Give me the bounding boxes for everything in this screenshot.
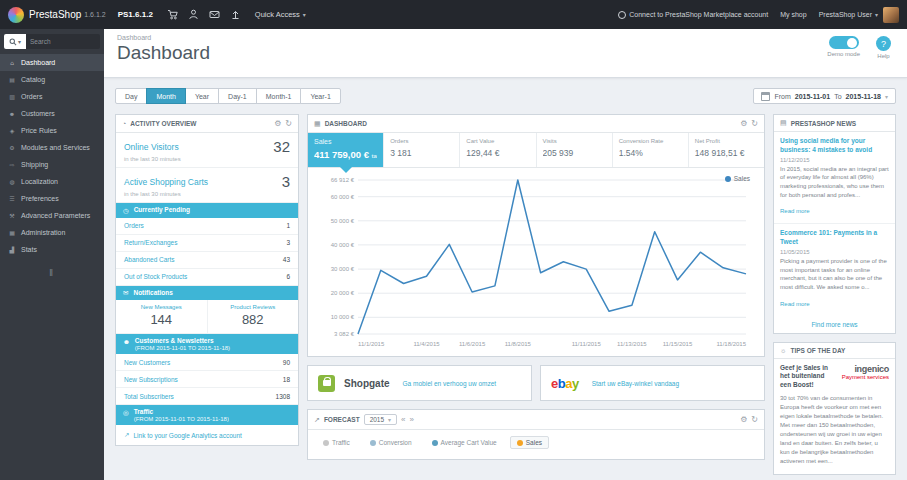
sidebar-item-catalog[interactable]: ▤Catalog — [0, 71, 104, 88]
sidebar-item-dashboard[interactable]: ⌂Dashboard — [0, 54, 104, 71]
chart-legend-sales[interactable]: Sales — [725, 175, 750, 182]
range-button-month-1[interactable]: Month-1 — [256, 88, 302, 104]
prestashop-news-panel: ▤ PRESTASHOP NEWS Using social media for… — [773, 114, 896, 334]
user-icon[interactable] — [188, 9, 199, 20]
next-year-button[interactable]: » — [410, 415, 414, 424]
svg-text:11/11/2015: 11/11/2015 — [572, 341, 602, 347]
sidebar-item-orders[interactable]: ▥Orders — [0, 88, 104, 105]
range-button-day-1[interactable]: Day-1 — [218, 88, 257, 104]
sidebar-item-administration[interactable]: ▦Administration — [0, 224, 104, 241]
gear-icon[interactable]: ⚙ — [740, 119, 747, 128]
marketplace-icon — [618, 11, 626, 19]
range-button-year-1[interactable]: Year-1 — [300, 88, 340, 104]
sidebar-item-preferences[interactable]: ☰Preferences — [0, 190, 104, 207]
forecast-legend-traffic[interactable]: Traffic — [316, 436, 357, 449]
ingenico-logo: ingenico Payment services — [842, 364, 889, 390]
active-carts-link[interactable]: Active Shopping Carts — [124, 177, 208, 187]
clock-icon: ◷ — [123, 207, 129, 215]
mail-icon[interactable] — [209, 9, 220, 20]
demo-mode-toggle[interactable] — [829, 36, 859, 49]
svg-text:66 912 €: 66 912 € — [331, 177, 355, 183]
news-headline-link[interactable]: Ecommerce 101: Payments in a Tweet — [780, 229, 889, 247]
forecast-legend-sales[interactable]: Sales — [510, 436, 549, 449]
total-subscribers-link[interactable]: Total Subscribers — [124, 393, 174, 400]
activity-overview-panel: ◔ ACTIVITY OVERVIEW ⚙ ↻ Online Visitors … — [115, 114, 299, 446]
traffic-section-header: ◎ Traffic (FROM 2015-11-01 TO 2015-11-18… — [116, 405, 298, 425]
chevron-down-icon: ▾ — [885, 93, 888, 100]
product-reviews-stat[interactable]: Product Reviews 882 — [207, 300, 299, 333]
out-of-stock-link[interactable]: Out of Stock Products — [124, 273, 187, 280]
google-analytics-link[interactable]: ↗ Link to your Google Analytics account — [116, 425, 298, 445]
new-customers-link[interactable]: New Customers — [124, 359, 170, 366]
forecast-legend-average-cart-value[interactable]: Average Cart Value — [425, 436, 504, 449]
refresh-icon[interactable]: ↻ — [751, 415, 758, 424]
online-visitors-link[interactable]: Online Visitors — [124, 142, 179, 152]
search-input[interactable] — [26, 34, 100, 49]
sidebar-collapse-button[interactable]: ‖ — [0, 268, 104, 278]
range-button-year[interactable]: Year — [185, 88, 219, 104]
pending-row: Abandoned Carts43 — [116, 252, 298, 269]
ebay-logo: ebay — [551, 376, 579, 391]
shopgate-brand: Shopgate — [344, 378, 390, 389]
svg-text:11/8/2015: 11/8/2015 — [505, 341, 532, 347]
kpi-sales[interactable]: Sales 411 759,00 € tax excl. — [308, 133, 384, 167]
sidebar-item-localization[interactable]: ◍Localization — [0, 173, 104, 190]
orders-link[interactable]: Orders — [124, 222, 144, 229]
help-button[interactable]: ? — [876, 36, 891, 51]
kpi-visits[interactable]: Visits 205 939 — [537, 133, 613, 167]
returns-link[interactable]: Return/Exchanges — [124, 239, 177, 246]
ebay-link[interactable]: Start uw eBay-winkel vandaag — [592, 380, 679, 387]
news-headline-link[interactable]: Using social media for your business: 4 … — [780, 137, 889, 155]
gear-icon[interactable]: ⚙ — [274, 119, 281, 128]
sidebar-item-advanced-parameters[interactable]: ⚒Advanced Parameters — [0, 207, 104, 224]
marketplace-link[interactable]: Connect to PrestaShop Marketplace accoun… — [618, 11, 768, 19]
shop-name-link[interactable]: PS1.6.1.2 — [118, 10, 153, 19]
refresh-icon[interactable]: ↻ — [285, 119, 292, 128]
year-select[interactable]: 2015▾ — [364, 414, 397, 425]
gear-icon[interactable]: ⚙ — [740, 415, 747, 424]
kpi-conversion-rate[interactable]: Conversion Rate 1.54% — [613, 133, 689, 167]
notifications-section-header: ✉ Notifications — [116, 286, 298, 301]
range-button-month[interactable]: Month — [146, 88, 185, 104]
sidebar-item-customers[interactable]: ☻Customers — [0, 105, 104, 122]
date-range-picker[interactable]: From 2015-11-01 To 2015-11-18 ▾ — [753, 88, 896, 104]
cart-icon[interactable] — [167, 9, 178, 20]
chevron-down-icon: ▾ — [18, 38, 21, 45]
prestashop-admin: PrestaShop 1.6.1.2 PS1.6.1.2 Quick Acces… — [0, 0, 907, 480]
user-menu[interactable]: PrestaShop User ▾ — [819, 7, 899, 23]
sidebar-item-shipping[interactable]: ⇨Shipping — [0, 156, 104, 173]
sidebar-item-stats[interactable]: ▟Stats — [0, 241, 104, 258]
kpi-cart-value[interactable]: Cart Value 129,44 € — [460, 133, 536, 167]
forecast-legend: Traffic Conversion Average Cart Value Sa… — [308, 430, 764, 459]
read-more-link[interactable]: Read more — [780, 208, 810, 214]
svg-text:40 000 €: 40 000 € — [331, 242, 355, 248]
prev-year-button[interactable]: « — [401, 415, 405, 424]
kpi-net-profit[interactable]: Net Profit 148 918,51 € — [689, 133, 764, 167]
shopgate-link[interactable]: Ga mobiel en verhoog uw omzet — [403, 380, 497, 387]
search-scope-button[interactable]: ▾ — [4, 34, 26, 49]
find-more-news-link[interactable]: Find more news — [774, 316, 895, 333]
kpi-orders[interactable]: Orders 3 181 — [384, 133, 460, 167]
sidebar-item-price-rules[interactable]: ◈Price Rules — [0, 122, 104, 139]
shipping-icon: ⇨ — [8, 161, 16, 168]
my-shop-link[interactable]: My shop — [780, 11, 806, 18]
bell-icon: ✉ — [123, 289, 128, 297]
customers-icon: ☻ — [8, 111, 16, 117]
svg-text:11/13/2015: 11/13/2015 — [617, 341, 647, 347]
gauge-icon: ◔ — [122, 120, 126, 127]
customers-row: New Customers90 — [116, 354, 298, 371]
upgrade-icon[interactable] — [230, 9, 241, 20]
page-title: Dashboard — [117, 42, 210, 64]
new-subscriptions-link[interactable]: New Subscriptions — [124, 376, 178, 383]
read-more-link[interactable]: Read more — [780, 301, 810, 307]
sidebar-item-modules[interactable]: ⚙Modules and Services — [0, 139, 104, 156]
quick-access-menu[interactable]: Quick Access ▾ — [255, 10, 306, 19]
topbar-icons — [167, 9, 241, 20]
breadcrumb: Dashboard — [117, 34, 210, 41]
abandoned-carts-link[interactable]: Abandoned Carts — [124, 256, 175, 263]
range-button-day[interactable]: Day — [115, 88, 147, 104]
new-messages-stat[interactable]: New Messages 144 — [116, 300, 207, 333]
forecast-legend-conversion[interactable]: Conversion — [363, 436, 419, 449]
refresh-icon[interactable]: ↻ — [751, 119, 758, 128]
kpi-row: Sales 411 759,00 € tax excl. Orders 3 18… — [308, 133, 764, 168]
